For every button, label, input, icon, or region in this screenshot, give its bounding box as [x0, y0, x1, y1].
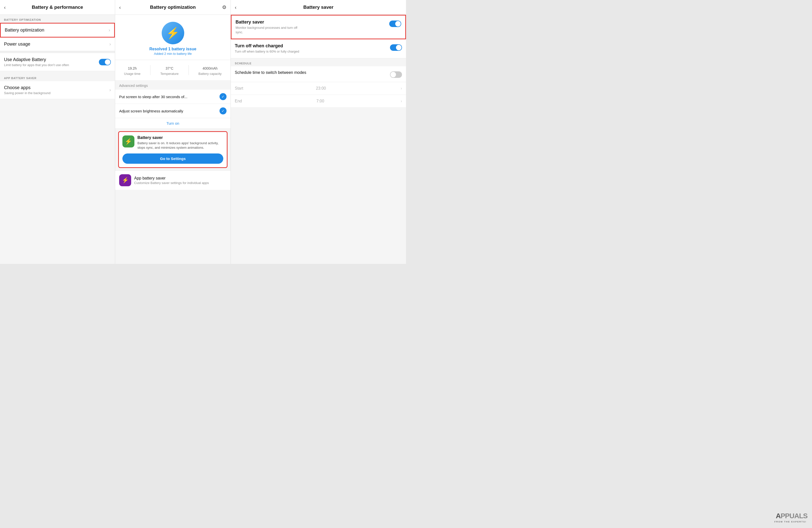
temperature-value: 37 — [165, 66, 170, 70]
right-panel-title: Battery saver — [303, 4, 333, 10]
right-back-icon[interactable]: ‹ — [235, 4, 236, 10]
battery-capacity-label: Battery capacity — [199, 72, 222, 76]
power-usage-title: Power usage — [4, 42, 30, 47]
schedule-end-row[interactable]: End 7:00 › — [231, 95, 406, 108]
battery-icon-wrapper: ⚡ Resolved 1 battery issue Added 2 min t… — [115, 15, 231, 60]
schedule-start-label: Start — [235, 86, 243, 91]
stat-divider-1 — [150, 65, 150, 75]
battery-optimization-title: Battery optimization — [5, 28, 44, 33]
schedule-end-label: End — [235, 99, 242, 103]
app-battery-saver-title: App battery saver — [134, 176, 209, 181]
added-text: Added 2 min to battery life — [154, 52, 192, 56]
usage-time-unit: h — [135, 66, 137, 70]
schedule-start-row[interactable]: Start 23:00 › — [231, 82, 406, 95]
usage-time-label: Usage time — [124, 72, 141, 76]
adaptive-battery-item[interactable]: Use Adaptive Battery Limit battery for a… — [0, 51, 115, 71]
gear-icon[interactable]: ⚙ — [222, 4, 227, 10]
turn-off-charged-title: Turn off when charged — [235, 43, 387, 48]
schedule-start-chevron: › — [401, 86, 402, 91]
choose-apps-title: Choose apps — [4, 85, 50, 90]
app-battery-saver-subtitle: Customize Battery saver settings for ind… — [134, 181, 209, 185]
stat-divider-2 — [188, 65, 189, 75]
temperature-label: Temperature — [160, 72, 179, 76]
battery-capacity-stat: 4000mAh Battery capacity — [199, 65, 222, 76]
schedule-end-chevron: › — [401, 99, 402, 103]
adaptive-battery-toggle[interactable] — [99, 59, 111, 65]
temperature-unit: °C — [170, 66, 173, 70]
battery-saver-right-item[interactable]: Battery saver Monitor background process… — [231, 15, 406, 39]
left-panel-header: ‹ Battery & performance — [0, 0, 115, 15]
advanced-settings-label: Advanced settings — [115, 80, 231, 90]
screen-sleep-item[interactable]: Put screen to sleep after 30 seconds of.… — [115, 90, 231, 104]
schedule-modes-item[interactable]: Schedule time to switch between modes — [231, 66, 406, 82]
go-to-settings-button[interactable]: Go to Settings — [122, 154, 223, 164]
stats-row: 19.2h Usage time 37°C Temperature 4000mA… — [115, 60, 231, 80]
bolt-icon: ⚡ — [166, 27, 180, 40]
turn-off-charged-toggle[interactable] — [390, 44, 402, 51]
schedule-section-label: SCHEDULE — [231, 58, 406, 66]
battery-optimization-section-label: BATTERY OPTIMIZATION — [0, 15, 115, 23]
turn-off-charged-subtitle: Turn off when battery is 60% or fully ch… — [235, 49, 300, 54]
power-usage-item[interactable]: Power usage › — [0, 38, 115, 51]
battery-saver-right-subtitle: Monitor background processes and turn of… — [235, 26, 301, 34]
app-battery-saver-item[interactable]: ⚡ App battery saver Customize Battery sa… — [115, 171, 231, 190]
schedule-start-value: 23:00 — [316, 86, 326, 91]
resolved-text: Resolved 1 battery issue — [149, 47, 197, 51]
battery-optimization-item[interactable]: Battery optimization › — [0, 23, 115, 38]
usage-time-stat: 19.2h Usage time — [124, 65, 141, 76]
power-usage-chevron: › — [110, 42, 111, 47]
choose-apps-chevron: › — [110, 87, 111, 92]
usage-time-value: 19.2 — [128, 66, 135, 70]
mid-panel-title: Battery optimization — [150, 4, 196, 10]
panel-mid: ‹ Battery optimization ⚙ ⚡ Resolved 1 ba… — [115, 0, 231, 264]
screen-brightness-item[interactable]: Adjust screen brightness automatically ✓ — [115, 104, 231, 118]
mid-panel-header: ‹ Battery optimization ⚙ — [115, 0, 231, 15]
schedule-end-value: 7:00 — [316, 99, 324, 103]
temperature-stat: 37°C Temperature — [160, 65, 179, 76]
screen-sleep-check: ✓ — [219, 93, 227, 100]
app-battery-saver-icon: ⚡ — [119, 174, 131, 186]
battery-saver-card-description: Battery saver is on. It reduces apps' ba… — [137, 141, 223, 150]
battery-circle: ⚡ — [162, 22, 184, 44]
left-back-icon[interactable]: ‹ — [4, 4, 6, 10]
app-battery-saver-section-label: APP BATTERY SAVER — [0, 73, 115, 81]
panel-right: ‹ Battery saver Battery saver Monitor ba… — [231, 0, 406, 264]
battery-saver-card-icon: ⚡ — [122, 135, 134, 147]
adaptive-battery-title: Use Adaptive Battery — [4, 57, 96, 62]
choose-apps-item[interactable]: Choose apps Saving power in the backgrou… — [0, 81, 115, 99]
schedule-modes-title: Schedule time to switch between modes — [235, 70, 387, 75]
battery-saver-card-title: Battery saver — [137, 135, 223, 140]
choose-apps-subtitle: Saving power in the background — [4, 91, 50, 95]
left-panel-title: Battery & performance — [32, 4, 83, 10]
turn-on-button[interactable]: Turn on — [115, 118, 231, 129]
screen-sleep-text: Put screen to sleep after 30 seconds of.… — [119, 95, 219, 99]
battery-saver-right-title: Battery saver — [235, 19, 386, 25]
screen-brightness-text: Adjust screen brightness automatically — [119, 109, 219, 113]
right-panel-header: ‹ Battery saver — [231, 0, 406, 15]
battery-capacity-unit: mAh — [210, 66, 218, 70]
schedule-modes-toggle[interactable] — [390, 71, 402, 78]
battery-saver-card: ⚡ Battery saver Battery saver is on. It … — [118, 131, 228, 168]
screen-brightness-check: ✓ — [219, 108, 227, 114]
turn-off-charged-item[interactable]: Turn off when charged Turn off when batt… — [231, 39, 406, 58]
panel-left: ‹ Battery & performance BATTERY OPTIMIZA… — [0, 0, 115, 264]
battery-optimization-chevron: › — [108, 28, 110, 33]
adaptive-battery-subtitle: Limit battery for apps that you don't us… — [4, 63, 96, 67]
mid-back-icon[interactable]: ‹ — [119, 4, 121, 10]
battery-capacity-value: 4000 — [203, 66, 210, 70]
battery-saver-right-toggle[interactable] — [389, 20, 401, 27]
